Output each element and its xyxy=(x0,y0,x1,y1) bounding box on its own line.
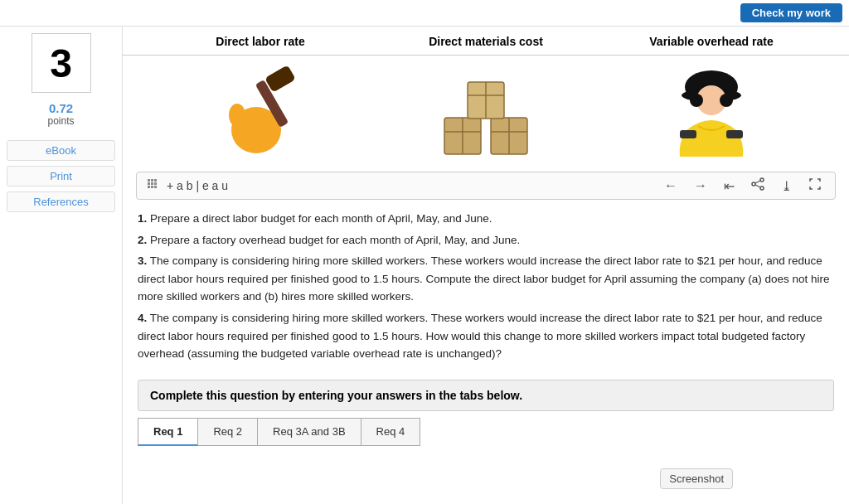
tableau-forward-button[interactable]: → xyxy=(691,177,711,195)
svg-line-36 xyxy=(755,181,760,183)
tableau-logo-text: + a b | e a u xyxy=(167,179,228,192)
instruction-3: 3. The company is considering hiring mor… xyxy=(138,252,834,306)
tab-req4[interactable]: Req 4 xyxy=(361,418,421,446)
svg-rect-29 xyxy=(154,182,157,185)
boxes-icon xyxy=(436,64,536,163)
sidebar-link-print[interactable]: Print xyxy=(7,166,115,187)
points-value: 0.72 xyxy=(49,101,73,115)
tableau-fullscreen-button[interactable] xyxy=(805,176,825,196)
svg-rect-25 xyxy=(151,179,153,182)
tableau-home-button[interactable]: ⇤ xyxy=(720,177,738,196)
svg-rect-31 xyxy=(151,186,153,188)
col-header-direct-materials-cost: Direct materials cost xyxy=(373,35,599,48)
boxes-icon-cell xyxy=(373,64,599,163)
svg-rect-27 xyxy=(148,182,150,185)
points-label: points xyxy=(47,115,74,127)
svg-rect-32 xyxy=(154,186,157,188)
tableau-grid-icon xyxy=(147,178,162,193)
svg-line-37 xyxy=(755,185,760,187)
top-bar: Check my work xyxy=(0,0,849,27)
tableau-back-button[interactable]: ← xyxy=(661,177,681,195)
tab-req1[interactable]: Req 1 xyxy=(138,418,198,446)
hammer-icon xyxy=(211,64,310,163)
share-icon xyxy=(751,177,764,191)
svg-point-33 xyxy=(760,178,764,182)
tabs-row: Req 1 Req 2 Req 3A and 3B Req 4 xyxy=(138,418,834,446)
content-area: Direct labor rate Direct materials cost … xyxy=(123,27,849,504)
complete-question-text: Complete this question by entering your … xyxy=(150,389,522,402)
tableau-download-button[interactable]: ⤓ xyxy=(778,177,795,196)
svg-point-34 xyxy=(752,182,755,186)
worker-icon-cell xyxy=(599,64,824,163)
svg-rect-22 xyxy=(680,130,696,138)
svg-point-21 xyxy=(720,94,733,107)
question-number: 3 xyxy=(50,41,72,86)
col-header-direct-labor-rate: Direct labor rate xyxy=(148,35,373,48)
instruction-4: 4. The company is considering hiring mor… xyxy=(138,309,834,363)
fullscreen-icon xyxy=(808,177,822,191)
svg-point-20 xyxy=(690,94,703,107)
svg-rect-28 xyxy=(151,182,153,185)
worker-icon xyxy=(662,64,761,163)
tableau-navigation: ← → ⇤ ⤓ xyxy=(661,176,825,196)
main-layout: 3 0.72 points eBook Print References Dir… xyxy=(0,27,849,504)
instructions: 1. Prepare a direct labor budget for eac… xyxy=(123,206,849,373)
tableau-bar: + a b | e a u ← → ⇤ ⤓ xyxy=(136,172,836,200)
svg-rect-4 xyxy=(264,65,296,92)
tab-req2[interactable]: Req 2 xyxy=(197,418,258,446)
svg-point-35 xyxy=(760,187,764,190)
svg-rect-30 xyxy=(148,186,150,188)
svg-rect-24 xyxy=(148,179,150,182)
svg-rect-26 xyxy=(154,179,157,182)
tableau-logo: + a b | e a u xyxy=(147,178,228,193)
instruction-1: 1. Prepare a direct labor budget for eac… xyxy=(138,210,834,228)
sidebar: 3 0.72 points eBook Print References xyxy=(0,27,123,504)
question-number-box: 3 xyxy=(32,33,91,93)
check-work-button[interactable]: Check my work xyxy=(740,3,842,22)
col-header-variable-overhead-rate: Variable overhead rate xyxy=(599,35,824,48)
sidebar-link-references[interactable]: References xyxy=(7,191,115,212)
instruction-2: 2. Prepare a factory overhead budget for… xyxy=(138,231,834,250)
column-headers: Direct labor rate Direct materials cost … xyxy=(123,27,849,56)
complete-question-box: Complete this question by entering your … xyxy=(138,380,834,411)
icons-row xyxy=(123,56,849,172)
tab-req3a3b[interactable]: Req 3A and 3B xyxy=(257,418,361,446)
svg-point-2 xyxy=(229,104,245,127)
tableau-share-button[interactable] xyxy=(748,176,768,196)
svg-rect-23 xyxy=(726,130,743,138)
sidebar-link-ebook[interactable]: eBook xyxy=(7,140,115,161)
hammer-icon-cell xyxy=(148,64,373,163)
